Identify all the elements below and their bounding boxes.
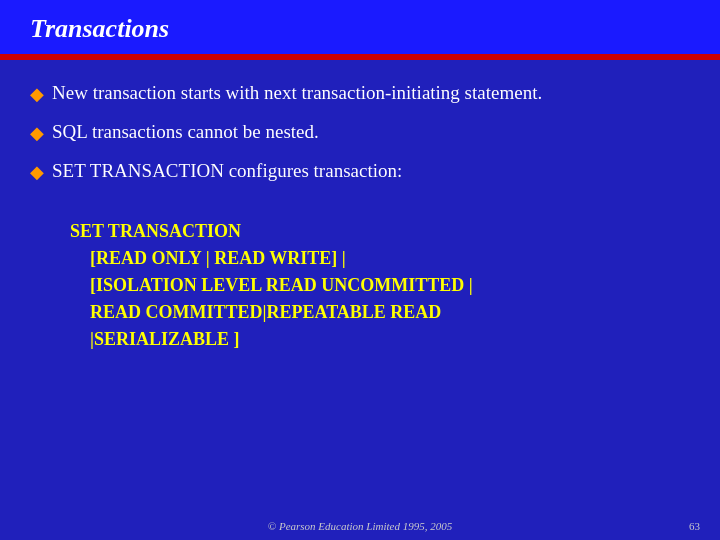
content-area: ◆ New transaction starts with next trans…	[0, 60, 720, 540]
bullet-text-2: SQL transactions cannot be nested.	[52, 119, 319, 146]
code-line-3: [ISOLATION LEVEL READ UNCOMMITTED |	[90, 272, 690, 299]
code-line-4: READ COMMITTED|REPEATABLE READ	[90, 299, 690, 326]
bullet-diamond-1: ◆	[30, 82, 44, 107]
bullet-text-1: New transaction starts with next transac…	[52, 80, 542, 107]
bullet-item-1: ◆ New transaction starts with next trans…	[30, 80, 690, 107]
bullet-item-2: ◆ SQL transactions cannot be nested.	[30, 119, 690, 146]
bullet-diamond-2: ◆	[30, 121, 44, 146]
slide-title: Transactions	[30, 14, 169, 43]
page-number: 63	[689, 520, 700, 532]
footer: © Pearson Education Limited 1995, 2005	[0, 520, 720, 532]
code-line-2: [READ ONLY | READ WRITE] |	[90, 245, 690, 272]
copyright-text: © Pearson Education Limited 1995, 2005	[268, 520, 452, 532]
code-block: SET TRANSACTION [READ ONLY | READ WRITE]…	[60, 210, 690, 361]
title-bar: Transactions	[0, 0, 720, 57]
bullet-item-3: ◆ SET TRANSACTION configures transaction…	[30, 158, 690, 185]
code-line-1: SET TRANSACTION	[70, 218, 690, 245]
slide: Transactions ◆ New transaction starts wi…	[0, 0, 720, 540]
bullet-diamond-3: ◆	[30, 160, 44, 185]
code-line-5: |SERIALIZABLE ]	[90, 326, 690, 353]
bullet-text-3: SET TRANSACTION configures transaction:	[52, 158, 402, 185]
